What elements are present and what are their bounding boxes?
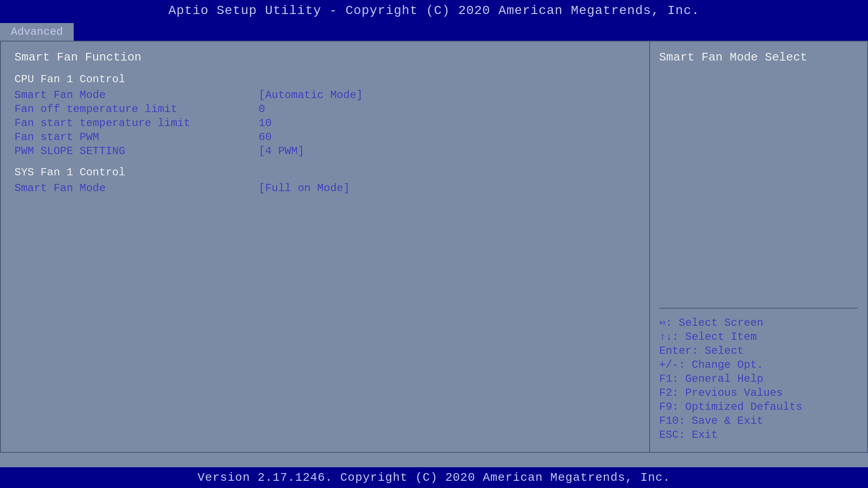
shortcut-change-opt: +/-: Change Opt. xyxy=(659,359,858,371)
help-items: ⇔: Select Screen ↑↓: Select Item Enter: … xyxy=(659,316,858,443)
shortcut-f10: F10: Save & Exit xyxy=(659,415,858,427)
main-content: Smart Fan Function CPU Fan 1 Control Sma… xyxy=(0,41,868,453)
bios-header: Aptio Setup Utility - Copyright (C) 2020… xyxy=(0,0,868,21)
bios-footer: Version 2.17.1246. Copyright (C) 2020 Am… xyxy=(0,467,868,488)
setting-value-pwm-slope: [4 PWM] xyxy=(259,145,304,157)
setting-value-fan-start-pwm: 60 xyxy=(259,131,272,143)
shortcut-esc: ESC: Exit xyxy=(659,429,858,441)
cpu-section-title: CPU Fan 1 Control xyxy=(14,73,636,85)
setting-label-fan-start-pwm: Fan start PWM xyxy=(14,131,259,143)
shortcut-f2: F2: Previous Values xyxy=(659,387,858,399)
setting-row-fan-start-temp[interactable]: Fan start temperature limit 10 xyxy=(14,117,636,129)
help-divider xyxy=(659,308,858,309)
setting-label-fan-start-temp: Fan start temperature limit xyxy=(14,117,259,129)
right-panel: Smart Fan Mode Select ⇔: Select Screen ↑… xyxy=(650,42,867,452)
shortcut-f1: F1: General Help xyxy=(659,373,858,385)
setting-value-sys-smart-fan-mode: [Full on Mode] xyxy=(259,182,350,194)
nav-tab-advanced[interactable]: Advanced xyxy=(0,23,74,41)
shortcut-f9: F9: Optimized Defaults xyxy=(659,401,858,413)
setting-value-smart-fan-mode: [Automatic Mode] xyxy=(259,89,363,101)
right-spacer xyxy=(659,73,858,308)
setting-value-fan-off-temp: 0 xyxy=(259,103,265,115)
nav-bar: Advanced xyxy=(0,21,868,41)
setting-row-pwm-slope[interactable]: PWM SLOPE SETTING [4 PWM] xyxy=(14,145,636,157)
section-title: Smart Fan Function xyxy=(14,51,636,64)
help-title: Smart Fan Mode Select xyxy=(659,51,858,64)
shortcut-select-item: ↑↓: Select Item xyxy=(659,331,858,343)
setting-row-sys-smart-fan-mode[interactable]: Smart Fan Mode [Full on Mode] xyxy=(14,182,636,194)
setting-row-fan-off-temp[interactable]: Fan off temperature limit 0 xyxy=(14,103,636,115)
shortcut-enter: Enter: Select xyxy=(659,345,858,357)
setting-row-fan-start-pwm[interactable]: Fan start PWM 60 xyxy=(14,131,636,143)
setting-label-smart-fan-mode: Smart Fan Mode xyxy=(14,89,259,101)
setting-label-sys-smart-fan-mode: Smart Fan Mode xyxy=(14,182,259,194)
setting-row-smart-fan-mode[interactable]: Smart Fan Mode [Automatic Mode] xyxy=(14,89,636,101)
setting-label-fan-off-temp: Fan off temperature limit xyxy=(14,103,259,115)
header-title: Aptio Setup Utility - Copyright (C) 2020… xyxy=(169,4,700,18)
footer-text: Version 2.17.1246. Copyright (C) 2020 Am… xyxy=(198,471,670,484)
setting-label-pwm-slope: PWM SLOPE SETTING xyxy=(14,145,259,157)
shortcut-select-screen: ⇔: Select Screen xyxy=(659,316,858,329)
left-panel: Smart Fan Function CPU Fan 1 Control Sma… xyxy=(1,42,650,452)
sys-section-title: SYS Fan 1 Control xyxy=(14,166,636,178)
setting-value-fan-start-temp: 10 xyxy=(259,117,272,129)
